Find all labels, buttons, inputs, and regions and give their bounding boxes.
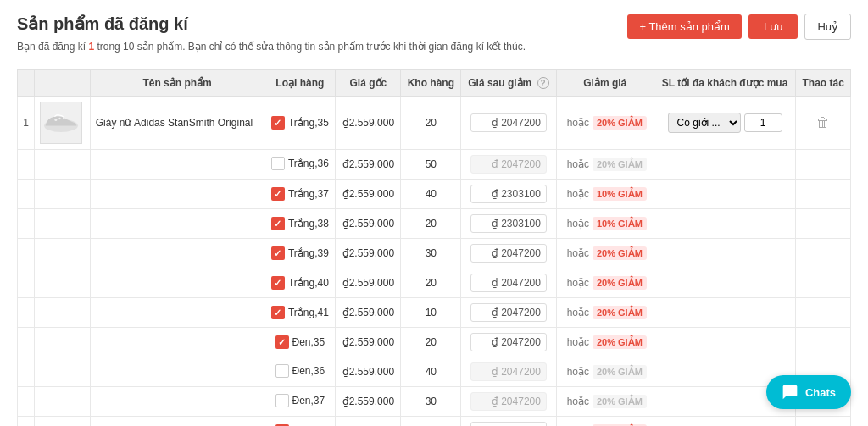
product-name-cell	[90, 328, 264, 357]
cancel-button[interactable]: Huỷ	[804, 14, 851, 40]
sale-price-cell	[461, 357, 556, 387]
original-price: ₫2.559.000	[342, 188, 394, 200]
stock-value: 50	[426, 158, 437, 170]
svg-point-2	[59, 118, 61, 119]
qty-input[interactable]	[744, 113, 782, 132]
sale-price-input	[470, 155, 547, 174]
product-image-cell	[35, 150, 90, 180]
stock-value: 20	[426, 117, 437, 129]
variant-checkbox[interactable]	[271, 276, 285, 290]
variant-checkbox[interactable]	[271, 157, 285, 170]
variant-cell: Trắng,35	[264, 97, 336, 150]
original-price-cell: ₫2.559.000	[336, 268, 401, 298]
product-image-cell	[35, 328, 90, 357]
variant-checkbox[interactable]	[271, 217, 285, 230]
variant-checkbox[interactable]	[271, 116, 285, 130]
table-row: Đen,37₫2.559.00030hoặc20% GIẢM	[18, 387, 851, 417]
sale-price-cell	[461, 298, 556, 328]
variant-checkbox[interactable]	[271, 306, 285, 319]
original-price: ₫2.559.000	[342, 218, 394, 230]
original-price-cell: ₫2.559.000	[336, 298, 401, 328]
save-button[interactable]: Lưu	[748, 14, 798, 39]
action-cell	[796, 298, 851, 328]
product-name-cell	[90, 298, 264, 328]
stock-value: 40	[426, 188, 437, 200]
stock-cell: 50	[401, 150, 461, 180]
sale-price-input[interactable]	[470, 113, 547, 132]
add-product-button[interactable]: + Thêm sản phẩm	[627, 14, 741, 39]
row-index	[18, 268, 35, 298]
discount-badge: 10% GIẢM	[593, 217, 647, 230]
toolbar: + Thêm sản phẩm Lưu Huỷ	[627, 14, 851, 40]
original-price: ₫2.559.000	[342, 366, 394, 378]
variant-checkbox[interactable]	[275, 394, 289, 407]
discount-badge: 20% GIẢM	[593, 306, 647, 319]
table-row: Trắng,36₫2.559.00050hoặc20% GIẢM	[18, 150, 851, 180]
stock-cell: 30	[401, 417, 461, 427]
max-qty-cell	[654, 209, 795, 239]
discount-cell: hoặc20% GIẢM	[556, 387, 654, 417]
discount-cell: hoặc20% GIẢM	[556, 268, 654, 298]
sale-price-cell	[461, 97, 556, 150]
sale-price-input	[470, 362, 547, 381]
original-price: ₫2.559.000	[342, 307, 394, 318]
discount-cell: hoặc20% GIẢM	[556, 239, 654, 268]
variant-checkbox[interactable]	[275, 335, 289, 349]
hoac-label: hoặc	[567, 366, 589, 378]
svg-point-3	[63, 118, 64, 119]
delete-button[interactable]: 🗑	[816, 115, 830, 130]
table-row: Trắng,37₫2.559.00040hoặc10% GIẢM	[18, 180, 851, 209]
variant-checkbox[interactable]	[271, 187, 285, 201]
sale-price-input[interactable]	[470, 244, 547, 263]
variant-checkbox[interactable]	[275, 364, 289, 378]
variant-label: Trắng,38	[288, 218, 329, 230]
discount-cell: hoặc20% GIẢM	[556, 298, 654, 328]
variant-checkbox[interactable]	[271, 246, 285, 260]
discount-badge: 20% GIẢM	[593, 335, 647, 349]
page-container: Sản phẩm đã đăng kí Bạn đã đăng kí 1 tro…	[0, 0, 868, 426]
max-qty-cell	[654, 180, 795, 209]
table-row: Đen,38₫2.559.00030hoặc20% GIẢM	[18, 417, 851, 427]
discount-cell: hoặc10% GIẢM	[556, 180, 654, 209]
original-price: ₫2.559.000	[342, 336, 394, 348]
stock-value: 30	[426, 247, 437, 259]
variant-cell: Trắng,41	[264, 298, 336, 328]
row-index	[18, 417, 35, 427]
limit-select[interactable]: Có giới ...	[668, 113, 741, 133]
stock-cell: 30	[401, 387, 461, 417]
variant-cell: Đen,35	[264, 328, 336, 357]
max-qty-cell	[654, 417, 795, 427]
product-image-cell	[35, 357, 90, 387]
page-title: Sản phẩm đã đăng kí	[17, 14, 526, 34]
row-index	[18, 239, 35, 268]
original-price: ₫2.559.000	[342, 396, 394, 407]
variant-cell: Đen,38	[264, 417, 336, 427]
sale-price-input[interactable]	[470, 274, 547, 292]
sale-price-input[interactable]	[470, 422, 547, 426]
discount-cell: hoặc20% GIẢM	[556, 357, 654, 387]
hoac-label: hoặc	[567, 277, 589, 289]
product-image	[40, 102, 82, 144]
action-cell	[796, 328, 851, 357]
hoac-label: hoặc	[567, 307, 589, 318]
product-name-cell	[90, 150, 264, 180]
max-qty-cell: Có giới ...	[654, 97, 795, 150]
chats-button[interactable]: Chats	[766, 375, 851, 409]
sale-price-input[interactable]	[470, 303, 547, 322]
product-name-cell	[90, 268, 264, 298]
product-name-cell	[90, 357, 264, 387]
stock-cell: 30	[401, 239, 461, 268]
stock-value: 20	[426, 277, 437, 289]
sale-price-input[interactable]	[470, 333, 547, 351]
row-index: 1	[18, 97, 35, 150]
table-header-row: Tên sản phẩm Loại hàng Giá gốc Kho hàng …	[18, 70, 851, 97]
original-price: ₫2.559.000	[342, 117, 394, 129]
row-index	[18, 180, 35, 209]
sale-price-cell	[461, 209, 556, 239]
sale-price-cell	[461, 417, 556, 427]
product-image-cell	[35, 268, 90, 298]
product-image-cell	[35, 97, 90, 150]
sale-price-input[interactable]	[470, 214, 547, 233]
sale-price-input[interactable]	[470, 185, 547, 203]
stock-value: 20	[426, 218, 437, 230]
